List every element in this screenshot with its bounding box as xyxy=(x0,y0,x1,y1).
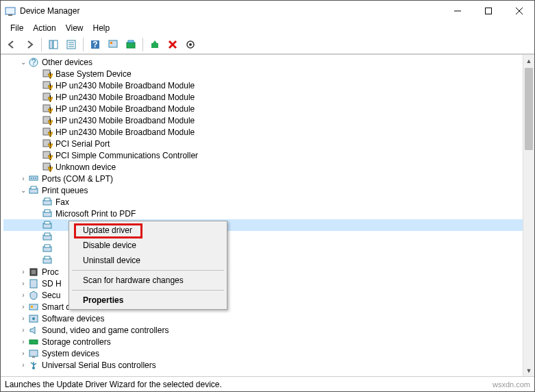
node-label: HP un2430 Mobile Broadband Module xyxy=(55,116,195,125)
close-button[interactable] xyxy=(503,1,534,21)
scroll-thumb[interactable] xyxy=(525,68,533,150)
processor-icon xyxy=(28,267,39,278)
collapse-arrow-icon[interactable]: › xyxy=(18,174,28,184)
help-button[interactable]: ? xyxy=(87,36,103,53)
properties-button[interactable] xyxy=(63,36,79,53)
back-button[interactable] xyxy=(3,36,20,53)
menu-view[interactable]: View xyxy=(62,22,88,34)
status-text: Launches the Update Driver Wizard for th… xyxy=(5,380,222,389)
collapse-arrow-icon[interactable]: › xyxy=(18,360,28,370)
tree-node-hp-broadband-5[interactable]: !HP un2430 Mobile Broadband Module xyxy=(3,126,534,138)
collapse-arrow-icon[interactable]: › xyxy=(18,326,28,335)
minimize-button[interactable] xyxy=(442,1,473,21)
tree-node-print-queues[interactable]: ⌄Print queues xyxy=(3,184,534,196)
svg-text:!: ! xyxy=(49,117,51,126)
tree-node-other-devices[interactable]: ⌄?Other devices xyxy=(3,56,534,68)
maximize-button[interactable] xyxy=(473,1,503,21)
menubar: File Action View Help xyxy=(1,21,534,35)
ctx-label: Update driver xyxy=(83,225,132,235)
svg-rect-0 xyxy=(5,8,15,14)
ctx-uninstall-device[interactable]: Uninstall device xyxy=(71,253,225,268)
menu-action[interactable]: Action xyxy=(29,22,60,34)
tree-node-pci-comm[interactable]: !PCI Simple Communications Controller xyxy=(3,149,534,161)
tree-node-hp-broadband-2[interactable]: !HP un2430 Mobile Broadband Module xyxy=(3,91,534,103)
tree-node-pci-serial[interactable]: !PCI Serial Port xyxy=(3,138,534,149)
svg-rect-50 xyxy=(45,198,50,201)
ctx-properties[interactable]: Properties xyxy=(71,293,225,308)
toolbar: ? xyxy=(1,35,534,54)
collapse-arrow-icon[interactable]: › xyxy=(18,302,28,312)
forward-button[interactable] xyxy=(21,36,38,53)
vertical-scrollbar[interactable]: ▲ ▼ xyxy=(523,55,534,376)
collapse-arrow-icon[interactable]: › xyxy=(18,267,28,277)
node-label: Proc xyxy=(42,267,59,277)
node-label: Sound, video and game controllers xyxy=(42,326,169,335)
ctx-update-driver[interactable]: Update driver xyxy=(71,223,225,238)
svg-point-22 xyxy=(189,43,192,46)
show-hide-tree-button[interactable] xyxy=(45,36,62,53)
collapse-arrow-icon[interactable]: › xyxy=(18,279,28,289)
menu-file[interactable]: File xyxy=(6,22,27,34)
node-label: Fax xyxy=(55,197,69,207)
scroll-down-icon[interactable]: ▼ xyxy=(523,365,534,376)
svg-rect-18 xyxy=(151,43,158,48)
node-label: Secu xyxy=(42,291,60,300)
tree-node-base-system[interactable]: !Base System Device xyxy=(3,68,534,79)
expand-arrow-icon[interactable]: ⌄ xyxy=(18,58,28,67)
scan-hardware-button[interactable] xyxy=(182,36,199,53)
collapse-arrow-icon[interactable]: › xyxy=(18,314,28,323)
ctx-label: Disable device xyxy=(83,241,136,250)
node-label: HP un2430 Mobile Broadband Module xyxy=(55,104,195,114)
svg-point-45 xyxy=(33,177,34,179)
node-label: PCI Serial Port xyxy=(55,139,110,149)
svg-rect-54 xyxy=(45,221,50,224)
svg-rect-14 xyxy=(109,40,117,47)
tree-node-hp-broadband-3[interactable]: !HP un2430 Mobile Broadband Module xyxy=(3,103,534,114)
ctx-label: Properties xyxy=(83,295,123,305)
tree-node-unknown[interactable]: !Unknown device xyxy=(3,161,534,173)
tree-node-usb[interactable]: ›Universal Serial Bus controllers xyxy=(3,359,534,371)
smartcard-icon xyxy=(28,302,39,313)
tree-node-fax[interactable]: Fax xyxy=(3,196,534,208)
tree-node-sound-video[interactable]: ›Sound, video and game controllers xyxy=(3,324,534,336)
statusbar: Launches the Update Driver Wizard for th… xyxy=(1,376,534,391)
printer-icon xyxy=(42,197,53,208)
ctx-separator xyxy=(72,290,224,291)
ctx-scan-hardware[interactable]: Scan for hardware changes xyxy=(71,273,225,288)
security-icon xyxy=(28,290,39,301)
scroll-up-icon[interactable]: ▲ xyxy=(523,55,534,66)
ctx-disable-device[interactable]: Disable device xyxy=(71,238,225,253)
printer-icon xyxy=(42,220,53,231)
printer-icon xyxy=(42,232,53,243)
printer-icon xyxy=(42,243,53,254)
tree-node-system-devices[interactable]: ›System devices xyxy=(3,347,534,359)
node-label: System devices xyxy=(42,349,99,358)
node-label: HP un2430 Mobile Broadband Module xyxy=(55,81,195,90)
tree-node-hp-broadband-1[interactable]: !HP un2430 Mobile Broadband Module xyxy=(3,79,534,91)
tree-node-hp-broadband-4[interactable]: !HP un2430 Mobile Broadband Module xyxy=(3,114,534,126)
collapse-arrow-icon[interactable]: › xyxy=(18,349,28,358)
expand-arrow-icon[interactable]: ⌄ xyxy=(18,186,28,195)
tree-node-ms-pdf[interactable]: Microsoft Print to PDF xyxy=(3,208,534,219)
svg-point-44 xyxy=(31,177,32,179)
update-driver-button[interactable] xyxy=(147,36,163,53)
uninstall-button[interactable] xyxy=(164,36,181,53)
svg-point-46 xyxy=(35,177,36,179)
warning-device-icon: ! xyxy=(42,92,53,103)
view-button[interactable] xyxy=(123,36,139,53)
svg-text:!: ! xyxy=(49,164,51,173)
action-button[interactable] xyxy=(105,36,121,53)
ctx-label: Uninstall device xyxy=(83,256,140,265)
tree-node-software-devices[interactable]: ›Software devices xyxy=(3,313,534,324)
tree-node-storage[interactable]: ›Storage controllers xyxy=(3,336,534,347)
tree-pane[interactable]: ⌄?Other devices !Base System Device !HP … xyxy=(1,54,534,376)
warning-device-icon: ! xyxy=(42,69,53,79)
menu-help[interactable]: Help xyxy=(89,22,114,34)
tree-node-ports[interactable]: ›Ports (COM & LPT) xyxy=(3,173,534,184)
collapse-arrow-icon[interactable]: › xyxy=(18,291,28,300)
watermark: wsxdn.com xyxy=(493,380,534,389)
collapse-arrow-icon[interactable]: › xyxy=(18,337,28,347)
svg-rect-17 xyxy=(128,40,134,42)
ctx-label: Scan for hardware changes xyxy=(83,275,184,285)
warning-device-icon: ! xyxy=(42,127,53,138)
